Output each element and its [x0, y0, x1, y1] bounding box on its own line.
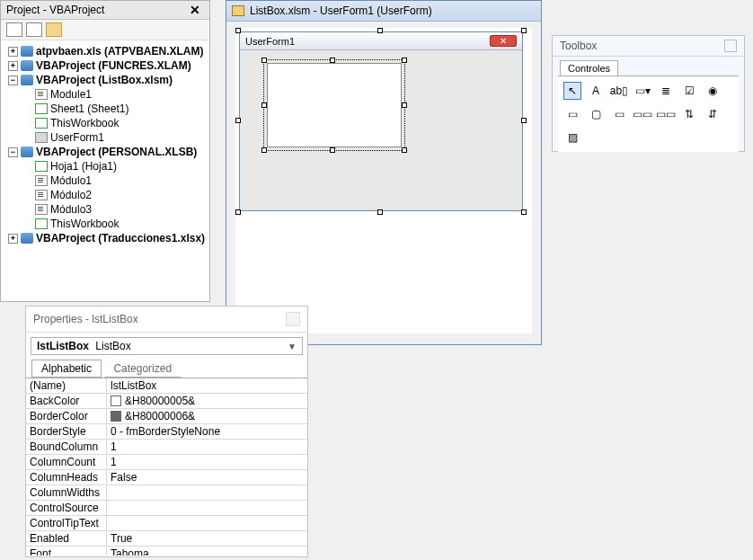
resize-handle[interactable] [330, 58, 335, 63]
property-row[interactable]: ColumnHeadsFalse [26, 470, 307, 485]
tree-node[interactable]: Módulo2 [3, 188, 208, 202]
tool-multipage[interactable]: ▭▭ [657, 105, 675, 123]
tree-node[interactable]: UserForm1 [3, 130, 208, 145]
tree-node[interactable]: +VBAProject (FUNCRES.XLAM) [3, 58, 208, 73]
folder-icon[interactable] [46, 22, 62, 37]
tab-categorized[interactable]: Categorized [104, 360, 181, 378]
properties-grid[interactable]: (Name)lstListBoxBackColor&H80000005&Bord… [26, 378, 307, 556]
property-value[interactable]: Tahoma [107, 547, 307, 556]
tree-node[interactable]: Hoja1 (Hoja1) [3, 159, 208, 173]
property-value[interactable]: lstListBox [107, 378, 307, 393]
form-resize-handle[interactable] [521, 118, 527, 123]
property-row[interactable]: BorderStyle0 - fmBorderStyleNone [26, 424, 307, 440]
form-resize-handle[interactable] [377, 28, 383, 33]
tree-node[interactable]: Módulo3 [3, 202, 208, 217]
expander-icon[interactable]: − [8, 76, 18, 85]
tool-image[interactable]: ▨ [563, 129, 581, 147]
property-value[interactable] [107, 516, 307, 530]
form-resize-handle[interactable] [521, 28, 527, 33]
property-value-text: False [111, 471, 137, 484]
properties-close-icon[interactable] [286, 312, 300, 326]
property-value[interactable] [107, 501, 307, 515]
property-row[interactable]: ControlSource [26, 501, 307, 516]
tool-tabstrip[interactable]: ▭▭ [633, 105, 651, 123]
tool-combobox[interactable]: ▭▾ [633, 82, 651, 100]
resize-handle[interactable] [261, 58, 267, 63]
property-row[interactable]: FontTahoma [26, 547, 307, 556]
tree-node[interactable]: Module1 [3, 87, 208, 102]
chevron-down-icon[interactable]: ▼ [288, 342, 297, 351]
proj-icon [21, 147, 33, 157]
property-row[interactable]: ColumnCount1 [26, 455, 307, 470]
property-row[interactable]: (Name)lstListBox [26, 378, 307, 394]
expander-icon[interactable]: + [8, 47, 18, 57]
tree-node[interactable]: Sheet1 (Sheet1) [3, 102, 208, 116]
property-value[interactable] [107, 485, 307, 500]
property-value[interactable]: &H80000005& [107, 394, 307, 408]
toolbox-close-icon[interactable] [724, 40, 737, 52]
tree-node[interactable]: ThisWorkbook [3, 116, 208, 130]
property-value[interactable]: True [107, 531, 307, 546]
tool-togglebutton[interactable]: ▭ [563, 105, 581, 123]
resize-handle[interactable] [402, 147, 407, 153]
property-value[interactable]: 1 [107, 440, 307, 454]
tool-textbox[interactable]: ab▯ [610, 82, 628, 100]
view-object-icon[interactable] [26, 22, 42, 37]
form-resize-handle[interactable] [377, 209, 383, 215]
property-value[interactable]: &H80000006& [107, 409, 307, 423]
expander-icon[interactable]: − [8, 147, 18, 157]
property-row[interactable]: ColumnWidths [26, 485, 307, 501]
property-row[interactable]: BoundColumn1 [26, 440, 307, 455]
proj-icon [21, 233, 33, 244]
tool-spinbutton[interactable]: ⇵ [704, 105, 722, 123]
view-code-icon[interactable] [6, 22, 22, 37]
userform[interactable]: UserForm1 ✕ [239, 31, 523, 211]
property-row[interactable]: BackColor&H80000005& [26, 394, 307, 409]
tree-node[interactable]: ThisWorkbook [3, 217, 208, 231]
tree-node[interactable]: +atpvbaen.xls (ATPVBAEN.XLAM) [3, 44, 208, 58]
tool-optionbutton[interactable]: ◉ [704, 82, 722, 100]
tree-node[interactable]: +VBAProject (Traducciones1.xlsx) [3, 231, 208, 245]
tree-node-label: ThisWorkbook [50, 218, 119, 230]
form-resize-handle[interactable] [521, 209, 527, 215]
tree-node[interactable]: −VBAProject (PERSONAL.XLSB) [3, 145, 208, 159]
object-selector[interactable]: lstListBox ListBox ▼ [31, 337, 303, 355]
userform-body[interactable] [240, 50, 522, 209]
property-value[interactable]: 0 - fmBorderStyleNone [107, 424, 307, 439]
property-value[interactable]: False [107, 470, 307, 484]
property-value[interactable]: 1 [107, 455, 307, 469]
form-resize-handle[interactable] [235, 118, 241, 123]
expander-icon[interactable]: + [8, 234, 18, 244]
tool-pointer[interactable]: ↖ [563, 82, 581, 100]
resize-handle[interactable] [261, 147, 267, 153]
form-resize-handle[interactable] [235, 209, 241, 215]
resize-handle[interactable] [261, 102, 267, 108]
tool-scrollbar[interactable]: ⇅ [680, 105, 698, 123]
tree-node[interactable]: −VBAProject (ListBox.xlsm) [3, 73, 208, 87]
resize-handle[interactable] [402, 102, 407, 108]
close-icon[interactable]: ✕ [186, 3, 204, 17]
tree-node[interactable]: Módulo1 [3, 173, 208, 188]
resize-handle[interactable] [330, 147, 335, 153]
toolbox-window: Toolbox Controles ↖Aab▯▭▾≣☑◉▭▢▭▭▭▭▭⇅⇵▨ [552, 35, 745, 152]
tab-controls[interactable]: Controles [560, 60, 618, 76]
userform-titlebar: UserForm1 ✕ [240, 32, 522, 50]
tool-label[interactable]: A [587, 82, 605, 100]
resize-handle[interactable] [402, 58, 407, 63]
project-tree[interactable]: +atpvbaen.xls (ATPVBAEN.XLAM)+VBAProject… [1, 40, 209, 298]
listbox-control[interactable] [267, 63, 402, 147]
form-resize-handle[interactable] [235, 28, 241, 33]
property-row[interactable]: EnabledTrue [26, 531, 307, 547]
tab-alphabetic[interactable]: Alphabetic [31, 360, 102, 378]
designer-canvas[interactable]: UserForm1 ✕ [235, 28, 532, 333]
tool-listbox[interactable]: ≣ [657, 82, 675, 100]
toolbox-titlebar: Toolbox [553, 36, 744, 57]
expander-icon[interactable]: + [8, 61, 18, 71]
tool-checkbox[interactable]: ☑ [680, 82, 698, 100]
property-name: ColumnCount [26, 455, 107, 469]
property-row[interactable]: BorderColor&H80000006& [26, 409, 307, 424]
userform-close-button[interactable]: ✕ [490, 35, 517, 47]
tool-frame[interactable]: ▢ [587, 105, 605, 123]
property-row[interactable]: ControlTipText [26, 516, 307, 531]
tool-commandbutton[interactable]: ▭ [610, 105, 628, 123]
